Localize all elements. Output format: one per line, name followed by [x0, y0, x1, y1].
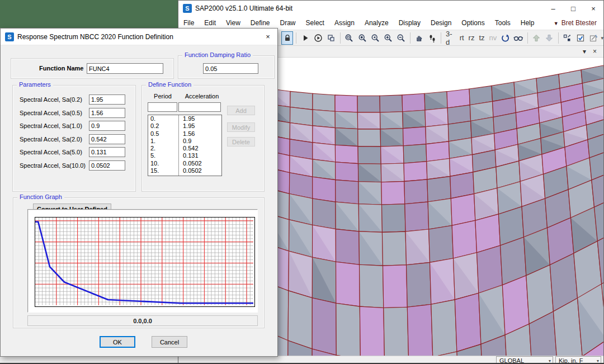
period-accel-row[interactable]: 10.0.0502	[148, 160, 221, 167]
run-options-icon[interactable]	[313, 31, 324, 45]
desktop-background	[0, 0, 178, 29]
ok-button[interactable]: OK	[100, 336, 135, 348]
menu-assign[interactable]: Assign	[329, 16, 360, 30]
perspective-icon[interactable]	[513, 31, 525, 45]
user-caret-icon: ▼	[554, 21, 559, 26]
period-cell: 5.	[148, 152, 178, 159]
view-collapse-icon[interactable]: ▾	[583, 48, 586, 55]
modify-button[interactable]: Modify	[227, 122, 255, 132]
period-cell: 0.5	[148, 130, 178, 138]
function-graph-group-label: Function Graph	[17, 193, 64, 200]
toolbar-separator	[296, 32, 296, 44]
walkthrough-icon[interactable]	[426, 31, 438, 45]
parameter-row: Spectral Accel, Sa(0.2)	[13, 94, 135, 105]
acceleration-cell: 0.0502	[178, 160, 221, 167]
view-nv-button[interactable]: nv	[487, 34, 499, 42]
view-rz-button[interactable]: rz	[466, 34, 477, 42]
dialog-close-button[interactable]: ×	[258, 29, 277, 45]
period-accel-row[interactable]: 5.0.131	[148, 152, 221, 159]
move-up-icon[interactable]	[531, 31, 542, 45]
period-accel-row[interactable]: 2.0.542	[148, 145, 221, 152]
menu-design[interactable]: Design	[426, 16, 456, 30]
menu-display[interactable]: Display	[394, 16, 426, 30]
more-tools-icon[interactable]	[587, 31, 599, 45]
period-accel-row[interactable]: 0.21.95	[148, 122, 221, 130]
parameter-value-input[interactable]	[89, 121, 125, 131]
acceleration-cell: 1.95	[178, 122, 221, 130]
toolbar-separator	[527, 32, 528, 44]
damping-ratio-input[interactable]	[203, 63, 258, 74]
dialog-title: Response Spectrum NBCC 2020 Function Def…	[17, 33, 258, 41]
window-close-button[interactable]: ×	[583, 1, 603, 16]
view-3d-button[interactable]: 3-d	[443, 30, 457, 46]
show-undeformed-icon[interactable]	[325, 31, 337, 45]
delete-button[interactable]: Delete	[227, 137, 255, 146]
define-function-group-label: Define Function	[146, 81, 194, 88]
period-cell: 10.	[148, 160, 178, 167]
window-title: SAP2000 v25.1.0 Ultimate 64-bit	[195, 4, 543, 12]
zoom-in-icon[interactable]	[382, 31, 394, 45]
spectrum-plot[interactable]	[35, 217, 255, 307]
menu-help[interactable]: Help	[516, 16, 540, 30]
object-shrink-icon[interactable]	[561, 31, 573, 45]
menu-select[interactable]: Select	[301, 16, 329, 30]
period-accel-row[interactable]: 0.51.56	[148, 130, 221, 138]
parameter-row: Spectral Accel, Sa(2.0)	[13, 134, 135, 144]
display-options-icon[interactable]	[574, 31, 586, 45]
parameter-value-input[interactable]	[89, 147, 125, 157]
move-down-icon[interactable]	[544, 31, 555, 45]
parameter-label: Spectral Accel, Sa(1.0)	[20, 122, 82, 129]
add-button[interactable]: Add	[227, 106, 255, 115]
view-close-icon[interactable]: ×	[593, 48, 597, 55]
acceleration-input[interactable]	[178, 102, 221, 112]
parameters-group: Parameters Spectral Accel, Sa(0.2)Spectr…	[12, 85, 136, 192]
function-graph-group: Function Graph 0.0,0.0	[13, 197, 265, 328]
previous-zoom-icon[interactable]	[369, 31, 381, 45]
cancel-button[interactable]: Cancel	[152, 336, 187, 348]
toolbar-separator	[340, 32, 341, 44]
period-acceleration-list[interactable]: 0.1.950.21.950.51.561.0.92.0.5425.0.1311…	[148, 115, 222, 176]
sap2000-logo-icon: S	[183, 4, 192, 13]
run-analysis-icon[interactable]	[299, 31, 311, 45]
parameter-value-input[interactable]	[89, 108, 125, 118]
user-name: Bret Btester	[561, 19, 597, 27]
period-cell: 2.	[148, 145, 178, 152]
period-column-header: Period	[148, 93, 178, 100]
rubber-band-zoom-icon[interactable]	[343, 31, 355, 45]
minimize-button[interactable]: –	[543, 1, 563, 16]
rotate-view-icon[interactable]	[499, 31, 511, 45]
parameter-label: Spectral Accel, Sa(10.0)	[20, 162, 86, 169]
parameter-value-input[interactable]	[89, 134, 125, 144]
restore-full-view-icon[interactable]	[356, 31, 368, 45]
menu-draw[interactable]: Draw	[275, 16, 301, 30]
view-rt-button[interactable]: rt	[457, 34, 466, 42]
pan-icon[interactable]	[413, 31, 425, 45]
period-accel-row[interactable]: 0.1.95	[148, 115, 221, 122]
window-title-bar: S SAP2000 v25.1.0 Ultimate 64-bit – □ ×	[178, 1, 603, 16]
acceleration-cell: 0.542	[178, 145, 221, 152]
menu-analyze[interactable]: Analyze	[360, 16, 394, 30]
acceleration-cell: 0.9	[178, 138, 221, 145]
parameter-label: Spectral Accel, Sa(5.0)	[20, 149, 82, 155]
zoom-out-icon[interactable]	[395, 31, 407, 45]
menu-options[interactable]: Options	[456, 16, 489, 30]
period-accel-row[interactable]: 15.0.0502	[148, 167, 221, 174]
period-cell: 0.2	[148, 122, 178, 130]
maximize-button[interactable]: □	[563, 1, 583, 16]
acceleration-cell: 1.95	[178, 115, 221, 122]
menu-tools[interactable]: Tools	[490, 16, 516, 30]
function-name-input[interactable]	[87, 63, 163, 74]
parameter-value-input[interactable]	[89, 94, 125, 105]
view-tz-button[interactable]: tz	[476, 34, 487, 42]
function-name-group: Function Name	[11, 58, 174, 79]
period-accel-row[interactable]: 1.0.9	[148, 138, 221, 145]
parameter-row: Spectral Accel, Sa(10.0)	[13, 160, 135, 171]
parameter-value-input[interactable]	[89, 160, 125, 171]
user-account-menu[interactable]: ▼Bret Btester	[554, 19, 597, 27]
parameter-label: Spectral Accel, Sa(2.0)	[20, 136, 82, 143]
toolbar-overflow-caret[interactable]: ▾	[601, 35, 604, 41]
period-input[interactable]	[148, 102, 177, 112]
acceleration-cell: 0.131	[178, 152, 221, 159]
acceleration-cell: 0.0502	[178, 167, 221, 174]
lock-icon[interactable]	[281, 31, 293, 45]
